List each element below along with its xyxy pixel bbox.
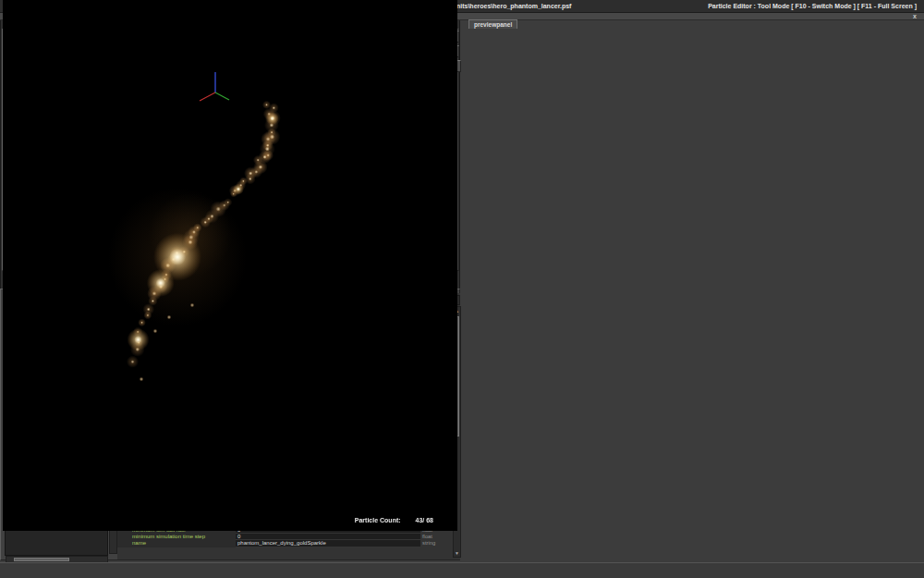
scrollbar-thumb[interactable] [14, 558, 69, 561]
attribute-widget-slot [226, 540, 236, 547]
attribute-row: namephantom_lancer_dying_goldSparklestri… [117, 540, 453, 547]
attribute-type: string [420, 540, 453, 547]
attribute-widget-slot [226, 534, 236, 540]
particle-count-value: 43/ 68 [416, 517, 433, 523]
mode-label: Particle Editor : Tool Mode [ F10 - Swit… [708, 3, 917, 9]
particle-count-label: Particle Count: [355, 517, 401, 523]
preview-panel: Particle Count: 43/ 68 [0, 0, 460, 533]
particle-editor-window: FileEditPetViewTools D:\Matthew Bailey\D… [0, 0, 924, 578]
attribute-name[interactable]: minimum simulation time step [117, 534, 226, 540]
tab-previewpanel[interactable]: previewpanel [468, 19, 517, 29]
attribute-row: minimum simulation time step0float [117, 534, 453, 540]
attribute-type: float [420, 534, 453, 540]
scroll-down-icon[interactable]: ▼ [454, 549, 460, 557]
close-icon[interactable]: x [913, 13, 917, 20]
attribute-value[interactable]: 0 [236, 534, 420, 540]
particle-render-canvas[interactable] [3, 0, 457, 531]
status-bar: #llsConsole [mem: 360.12 Mb] [game: 0.00… [0, 562, 924, 578]
particle-count: Particle Count: 43/ 68 [355, 517, 433, 523]
attribute-value[interactable]: phantom_lancer_dying_goldSparkle [236, 540, 420, 547]
attribute-name[interactable]: name [117, 540, 226, 547]
preview-viewport[interactable]: Particle Count: 43/ 68 [3, 0, 457, 531]
